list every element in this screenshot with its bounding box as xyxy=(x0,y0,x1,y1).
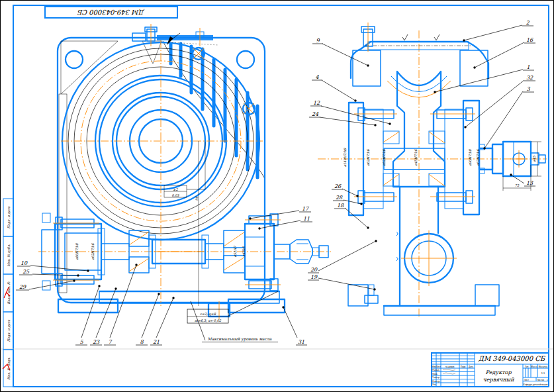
dim-text: ø52H7/k6 xyxy=(382,149,386,166)
dim-text: 96 xyxy=(195,196,199,201)
row-tkontr: Т.контр. xyxy=(432,376,440,379)
dim-text: ø140H7/h8 xyxy=(343,148,347,167)
title-doc-number: ДМ 349-043000 СБ xyxy=(479,355,546,362)
dim-text: ø62H7/h6 xyxy=(91,243,95,260)
worm-note-line1: z=2; q=8 xyxy=(200,312,216,317)
callout-number: 29 xyxy=(19,284,26,290)
callout-number: 17 xyxy=(302,206,309,212)
callout-number: 20 xyxy=(310,267,318,273)
callout-number: 12 xyxy=(313,100,320,106)
dim-text: ø80H7/h8 xyxy=(75,243,79,260)
callout-number: 19 xyxy=(310,274,318,280)
sheet-label: Лист xyxy=(524,379,529,381)
callout-number: 10 xyxy=(21,260,28,266)
margin-stamp-label: Инв. № дубл. xyxy=(7,244,11,266)
dim-text: 75 xyxy=(515,183,520,187)
dim-text: ø62H7/h6 xyxy=(476,149,480,166)
row-utv: Утв. xyxy=(432,383,436,386)
callout-number: 18 xyxy=(337,203,344,209)
scale-value: 1:1 xyxy=(541,372,545,375)
oil-level-text: Максимальный уровень масла xyxy=(208,336,272,342)
drawing-sheet: ДМ 349-043000 СБ Подп. и дата Инв. № дуб… xyxy=(0,0,554,392)
sheets-value: 1 xyxy=(547,379,548,381)
callout-number: 31 xyxy=(298,339,304,345)
margin-stamp-label: Подп. и дата xyxy=(7,320,11,342)
callout-number: 1 xyxy=(526,64,530,70)
corner-stamp-text: ДМ 349-043000 СБ xyxy=(77,9,144,16)
dim-text: ø45k6 xyxy=(242,246,246,256)
rev-header-date: Дата xyxy=(469,366,473,368)
scale-label: Масштаб xyxy=(539,366,548,368)
callout-number: 11 xyxy=(303,216,310,222)
callout-number: 13 xyxy=(526,180,533,186)
dim-text: ø45 xyxy=(532,155,536,162)
dim-text: ø62H7/h6 xyxy=(366,149,370,166)
row-nkontr: Н.контр. xyxy=(432,380,440,383)
dim-text: ø52H7 xyxy=(233,246,237,258)
row-prov: Пров. xyxy=(432,373,438,375)
rev-header-docum: № докум. xyxy=(445,366,455,368)
margin-stamp-label: Подп. и дата xyxy=(7,207,11,229)
dim-text: ø90H7/h8 xyxy=(468,149,472,166)
rev-header-izm: Изм xyxy=(432,366,436,368)
callout-number: 28 xyxy=(336,195,343,201)
callout-number: 25 xyxy=(23,269,30,275)
row-razrab: Разраб. xyxy=(432,369,440,371)
callout-number: 26 xyxy=(334,183,342,189)
callout-number: 16 xyxy=(526,37,533,43)
lit-label: Лит. xyxy=(525,366,529,368)
mass-label: Масса xyxy=(531,366,537,368)
tolerance-frame-bottom: 0,03 xyxy=(171,193,179,197)
tolerance-frame-top: ±2 xyxy=(173,187,178,191)
callout-number: 23 xyxy=(93,339,100,345)
rev-header-sign: Подп. xyxy=(461,366,467,368)
cad-canvas: ДМ 349-043000 СБ Подп. и дата Инв. № дуб… xyxy=(0,0,554,392)
part-name-line1: Редуктор xyxy=(485,369,512,375)
rev-header-list: Лист xyxy=(436,366,441,368)
callout-number: 24 xyxy=(312,111,319,117)
dim-text: ø45H7/k6 xyxy=(414,149,418,166)
callout-number: 21 xyxy=(153,339,160,345)
worm-note-line2: m=6,3; x=-0,02 xyxy=(195,318,222,322)
part-name-line2: червячный xyxy=(483,377,514,383)
callout-number: 32 xyxy=(526,75,533,81)
sheets-label: Листов xyxy=(537,379,545,381)
organization: Кафедра деталей машин xyxy=(524,383,549,386)
margin-stamp-label: Инв. № подл. xyxy=(7,357,11,380)
